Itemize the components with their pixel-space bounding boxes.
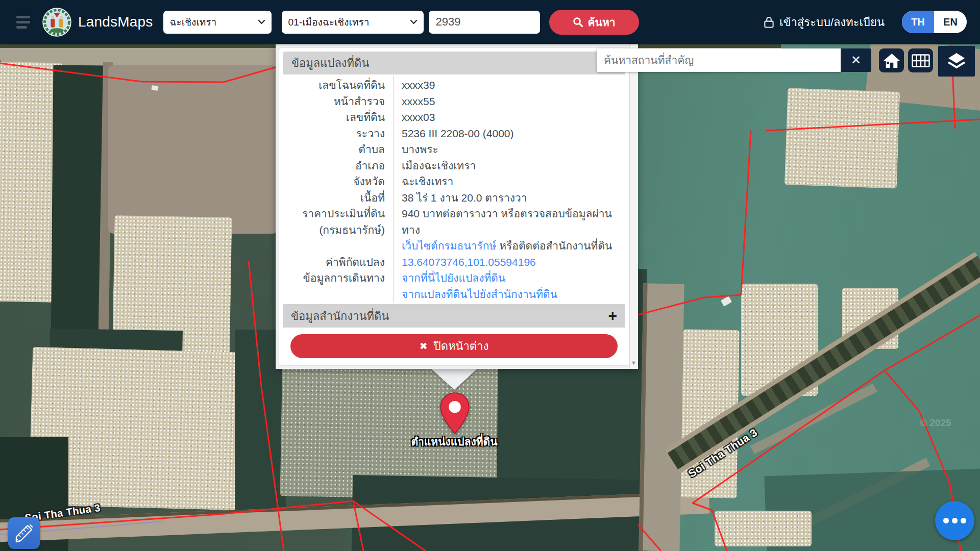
lang-en-button[interactable]: EN — [934, 11, 967, 33]
field-row: จังหวัด ฉะเชิงเทรา — [283, 173, 625, 190]
close-window-button[interactable]: ✖ ปิดหน้าต่าง — [290, 334, 618, 358]
layers-icon — [946, 52, 967, 70]
field-label: ข้อมูลการเดินทาง — [283, 270, 393, 286]
parcel-fields: เลขโฉนดที่ดิน xxxx39 หน้าสำรวจ xxxx55 เล… — [283, 74, 625, 304]
field-row-price: ราคาประเมินที่ดิน (กรมธนารักษ์) 940 บาทต… — [283, 206, 625, 254]
field-label: ราคาประเมินที่ดิน (กรมธนารักษ์) — [283, 206, 393, 238]
panel-pointer-tail — [431, 368, 478, 390]
field-value: ฉะเชิงเทรา — [393, 173, 625, 190]
language-switch: TH EN — [902, 11, 967, 33]
lang-th-button[interactable]: TH — [902, 11, 934, 33]
home-button[interactable] — [879, 48, 904, 72]
field-row: ตำบล บางพระ — [283, 141, 625, 158]
grid-button[interactable] — [908, 48, 933, 72]
field-label: เลขที่ดิน — [283, 109, 393, 126]
field-value: เมืองฉะเชิงเทรา — [393, 158, 625, 174]
field-label: ระวาง — [283, 126, 393, 142]
dot — [943, 518, 949, 523]
menu-hamburger-icon[interactable] — [16, 13, 30, 31]
parcel-number-input[interactable] — [429, 11, 540, 34]
panel-title: ข้อมูลแปลงที่ดิน — [283, 52, 625, 74]
field-row: เนื้อที่ 38 ไร่ 1 งาน 20.0 ตารางวา — [283, 190, 625, 206]
field-row-coordinates: ค่าพิกัดแปลง 13.64073746,101.05594196 — [283, 254, 625, 270]
province-select-wrap: ฉะเชิงเทรา — [163, 11, 272, 34]
field-value: 5236 III 2208-00 (4000) — [393, 126, 625, 142]
top-navbar: LandsMaps ฉะเชิงเทรา 01-เมืองฉะเชิงเทรา … — [0, 0, 980, 44]
field-value: 38 ไร่ 1 งาน 20.0 ตารางวา — [393, 190, 625, 206]
field-label: ตำบล — [283, 141, 393, 158]
grid-icon — [912, 54, 930, 67]
section-title: ข้อมูลสำนักงานที่ดิน — [291, 307, 389, 325]
field-label: เนื้อที่ — [283, 190, 393, 206]
imagery-watermark: © 2025 — [920, 417, 951, 429]
field-row-travel: ข้อมูลการเดินทาง จากที่นี่ไปยังแปลงที่ดิ… — [283, 270, 625, 302]
land-office-section[interactable]: ข้อมูลสำนักงานที่ดิน + — [283, 304, 625, 328]
place-search-input[interactable] — [597, 48, 841, 72]
marker-label: ตำแหน่งแปลงที่ดิน — [383, 433, 526, 450]
field-label: อำเภอ — [283, 158, 393, 174]
search-button[interactable]: ค้นหา — [549, 10, 639, 35]
dot — [961, 518, 966, 523]
more-options-button[interactable] — [935, 501, 974, 540]
field-label: จังหวัด — [283, 173, 393, 190]
field-label: หน้าสำรวจ — [283, 93, 393, 110]
measure-tools-button[interactable] — [8, 517, 40, 549]
land-office-select[interactable]: 01-เมืองฉะเชิงเทรา — [282, 11, 424, 34]
search-icon — [573, 17, 583, 28]
field-label: เลขโฉนดที่ดิน — [283, 77, 393, 93]
home-icon — [883, 53, 900, 68]
field-value: บางพระ — [393, 141, 625, 158]
field-row: เลขที่ดิน xxxx03 — [283, 109, 625, 126]
expand-plus-icon[interactable]: + — [608, 308, 617, 323]
province-select[interactable]: ฉะเชิงเทรา — [163, 11, 272, 34]
close-x-icon: ✖ — [420, 340, 428, 352]
field-row: เลขโฉนดที่ดิน xxxx39 — [283, 77, 625, 93]
scroll-down-arrow[interactable]: ▼ — [631, 360, 636, 366]
parcel-info-panel: ▼ ข้อมูลแปลงที่ดิน เลขโฉนดที่ดิน xxxx39 … — [276, 44, 638, 369]
lock-icon — [764, 16, 774, 29]
layers-button[interactable] — [938, 46, 975, 77]
field-value: 940 บาทต่อตารางวา หรือตรวจสอบข้อมูลผ่านท… — [393, 206, 625, 254]
brand-title: LandsMaps — [78, 14, 153, 30]
field-row: ระวาง 5236 III 2208-00 (4000) — [283, 126, 625, 142]
landsmaps-app: Soi Tha Thua 3 Soi Tha Thua 3 © 2025 ตำแ… — [0, 0, 980, 551]
field-label: ค่าพิกัดแปลง — [283, 254, 393, 270]
field-row: หน้าสำรวจ xxxx55 — [283, 93, 625, 110]
login-register-link[interactable]: เข้าสู่ระบบ/ลงทะเบียน — [764, 13, 885, 31]
clear-search-button[interactable]: ✕ — [841, 48, 871, 72]
office-select-wrap: 01-เมืองฉะเชิงเทรา — [282, 11, 424, 34]
parcel-info-card: ข้อมูลแปลงที่ดิน เลขโฉนดที่ดิน xxxx39 หน… — [279, 47, 629, 366]
field-row: อำเภอ เมืองฉะเชิงเทรา — [283, 158, 625, 174]
panel-scrollbar[interactable]: ▼ — [629, 44, 638, 369]
route-to-office-link[interactable]: จากแปลงที่ดินไปยังสำนักงานที่ดิน — [402, 288, 557, 300]
field-value: xxxx39 — [393, 77, 625, 93]
coordinates-link[interactable]: 13.64073746,101.05594196 — [402, 256, 536, 268]
ruler-pencil-icon — [13, 522, 35, 544]
field-value: xxxx03 — [393, 109, 625, 126]
department-of-lands-logo — [42, 8, 71, 37]
treasury-website-link[interactable]: เว็บไซต์กรมธนารักษ์ — [402, 240, 496, 252]
route-to-parcel-link[interactable]: จากที่นี่ไปยังแปลงที่ดิน — [402, 272, 505, 284]
close-icon: ✕ — [851, 53, 861, 67]
parcel-marker-pin[interactable] — [438, 392, 472, 436]
dot — [952, 518, 958, 523]
field-value: xxxx55 — [393, 93, 625, 110]
